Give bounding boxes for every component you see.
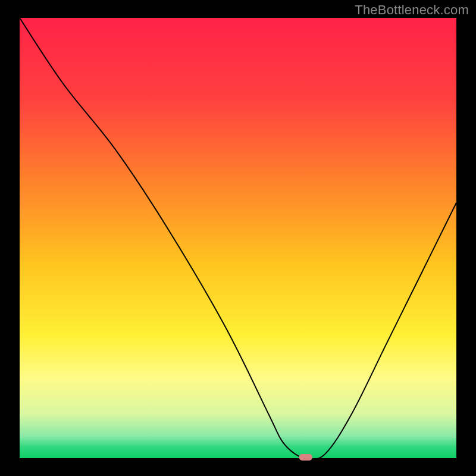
optimum-marker	[299, 454, 312, 461]
plot-background	[20, 18, 456, 458]
watermark-text: TheBottleneck.com	[355, 2, 469, 18]
chart-frame: { "watermark": "TheBottleneck.com", "cha…	[0, 0, 476, 476]
bottleneck-chart	[0, 0, 476, 476]
